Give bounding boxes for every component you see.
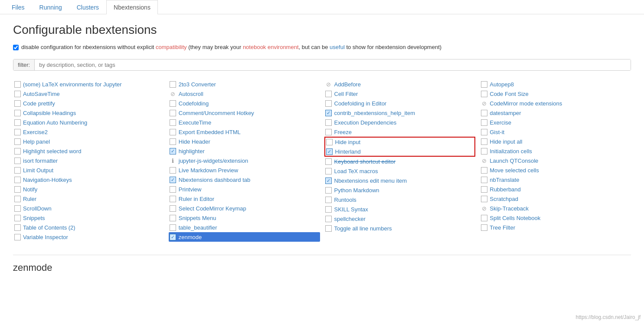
list-item[interactable]: Split Cells Notebook [480, 213, 631, 223]
ext-link[interactable]: Snippets [23, 215, 45, 221]
list-item[interactable]: Table of Contents (2) [13, 223, 164, 232]
ext-link[interactable]: isort formatter [23, 158, 58, 164]
list-item[interactable]: Help panel [13, 137, 164, 146]
ext-link[interactable]: Hinterland [335, 148, 361, 155]
list-item[interactable]: Snippets Menu [169, 213, 320, 223]
ext-link[interactable]: CodeMirror mode extensions [490, 100, 562, 107]
ext-link[interactable]: ExecuteTime [179, 119, 211, 126]
ext-link[interactable]: Snippets Menu [179, 215, 216, 221]
list-item[interactable]: ScrollDown [13, 204, 164, 213]
ext-link[interactable]: Codefolding [179, 100, 209, 107]
list-item[interactable]: Equation Auto Numbering [13, 118, 164, 127]
tab-running[interactable]: Running [32, 0, 69, 14]
list-item[interactable]: Ruler in Editor [169, 194, 320, 204]
list-item[interactable]: Ruler [13, 194, 164, 204]
ext-link[interactable]: Notify [23, 186, 37, 193]
list-item[interactable]: Codefolding [169, 99, 320, 108]
list-item[interactable]: Collapsible Headings [13, 108, 164, 118]
ext-link[interactable]: Exercise2 [23, 129, 48, 135]
ext-link[interactable]: nbTranslate [490, 177, 519, 183]
ext-link[interactable]: Split Cells Notebook [490, 215, 540, 221]
ext-link[interactable]: zenmode [179, 234, 202, 240]
list-item[interactable]: Nbextensions dashboard tab [169, 175, 320, 184]
list-item[interactable]: Scratchpad [480, 194, 631, 204]
list-item[interactable]: ExecuteTime [169, 118, 320, 127]
ext-link[interactable]: Ruler in Editor [179, 196, 214, 202]
ext-link[interactable]: Live Markdown Preview [179, 167, 238, 174]
ext-link[interactable]: Toggle all line numbers [334, 225, 392, 232]
list-item[interactable]: Notify [13, 184, 164, 194]
ext-link[interactable]: Rubberband [490, 186, 521, 193]
filter-input[interactable] [35, 59, 631, 70]
list-item[interactable]: Nbextensions edit menu item [324, 176, 476, 185]
ext-link[interactable]: Limit Output [23, 167, 53, 174]
ext-link[interactable]: AutoSaveTime [23, 91, 60, 97]
list-item[interactable]: Printview [169, 184, 320, 194]
list-item[interactable]: Comment/Uncomment Hotkey [169, 108, 320, 118]
list-item[interactable]: isort formatter [13, 156, 164, 165]
list-item[interactable]: Codefolding in Editor [324, 99, 476, 108]
ext-link[interactable]: Exercise [490, 119, 511, 126]
compat-checkbox[interactable] [13, 45, 19, 50]
ext-link[interactable]: SKILL Syntax [334, 206, 368, 213]
list-item[interactable]: SKILL Syntax [324, 204, 476, 214]
list-item[interactable]: Snippets [13, 213, 164, 223]
list-item[interactable]: AutoSaveTime [13, 89, 164, 99]
tab-nbextensions[interactable]: Nbextensions [106, 0, 158, 14]
list-item[interactable]: Keyboard shortcut editor [324, 157, 476, 166]
ext-link[interactable]: Variable Inspector [23, 234, 68, 240]
ext-link[interactable]: Hide input all [490, 138, 522, 145]
ext-link[interactable]: Move selected cells [490, 167, 539, 174]
list-item[interactable]: Highlight selected word [13, 146, 164, 156]
ext-link[interactable]: ScrollDown [23, 205, 52, 212]
ext-link[interactable]: Nbextensions dashboard tab [179, 177, 251, 183]
ext-link[interactable]: Scratchpad [490, 196, 518, 202]
list-item[interactable]: Exercise [480, 118, 631, 127]
ext-link[interactable]: Select CodeMirror Keymap [179, 205, 246, 212]
ext-link[interactable]: Hide input [335, 139, 361, 145]
tab-files[interactable]: Files [4, 0, 32, 14]
ext-link[interactable]: Runtools [334, 197, 356, 203]
list-item[interactable]: contrib_nbextensions_help_item [324, 108, 476, 118]
ext-link[interactable]: Python Markdown [334, 187, 379, 194]
list-item[interactable]: Execution Dependencies [324, 118, 476, 127]
list-item[interactable]: Select CodeMirror Keymap [169, 204, 320, 213]
list-item[interactable]: Hide input all [480, 137, 631, 146]
ext-link[interactable]: 2to3 Converter [179, 81, 216, 88]
ext-link[interactable]: Freeze [334, 129, 352, 135]
list-item[interactable]: Launch QTConsole [480, 156, 631, 165]
ext-link[interactable]: Equation Auto Numbering [23, 119, 87, 126]
ext-link[interactable]: Printview [179, 186, 202, 193]
ext-link[interactable]: Gist-it [490, 129, 504, 135]
list-item[interactable]: jupyter-js-widgets/extension [169, 156, 320, 165]
list-item[interactable]: Move selected cells [480, 165, 631, 175]
ext-link[interactable]: Comment/Uncomment Hotkey [179, 110, 254, 116]
list-item[interactable]: Cell Filter [324, 89, 476, 99]
ext-link[interactable]: Launch QTConsole [490, 158, 538, 164]
ext-link[interactable]: Execution Dependencies [334, 119, 397, 126]
list-item[interactable]: Gist-it [480, 127, 631, 137]
ext-link[interactable]: Nbextensions edit menu item [334, 177, 407, 184]
list-item[interactable]: Code prettify [13, 99, 164, 108]
list-item[interactable]: Rubberband [480, 184, 631, 194]
ext-link[interactable]: Navigation-Hotkeys [23, 177, 72, 183]
list-item[interactable]: Autoscroll [169, 89, 320, 99]
ext-link[interactable]: Help panel [23, 138, 50, 145]
ext-link[interactable]: Code Font Size [490, 91, 529, 97]
list-item[interactable]: AddBefore [324, 79, 476, 89]
list-item[interactable]: datestamper [480, 108, 631, 118]
list-item[interactable]: Freeze [324, 127, 476, 137]
list-item[interactable]: Autopep8 [480, 79, 631, 89]
list-item[interactable]: Navigation-Hotkeys [13, 175, 164, 184]
tab-clusters[interactable]: Clusters [69, 0, 106, 14]
list-item[interactable]: Skip-Traceback [480, 204, 631, 213]
list-item[interactable]: Python Markdown [324, 185, 476, 195]
ext-link[interactable]: table_beautifier [179, 224, 217, 231]
ext-link[interactable]: Skip-Traceback [490, 205, 529, 212]
ext-link[interactable]: Export Embedded HTML [179, 129, 241, 135]
list-item[interactable]: nbTranslate [480, 175, 631, 184]
ext-link[interactable]: Load TeX macros [334, 168, 378, 174]
ext-link[interactable]: highlighter [179, 148, 205, 154]
ext-link[interactable]: Codefolding in Editor [334, 100, 387, 107]
list-item[interactable]: zenmode [169, 232, 320, 242]
